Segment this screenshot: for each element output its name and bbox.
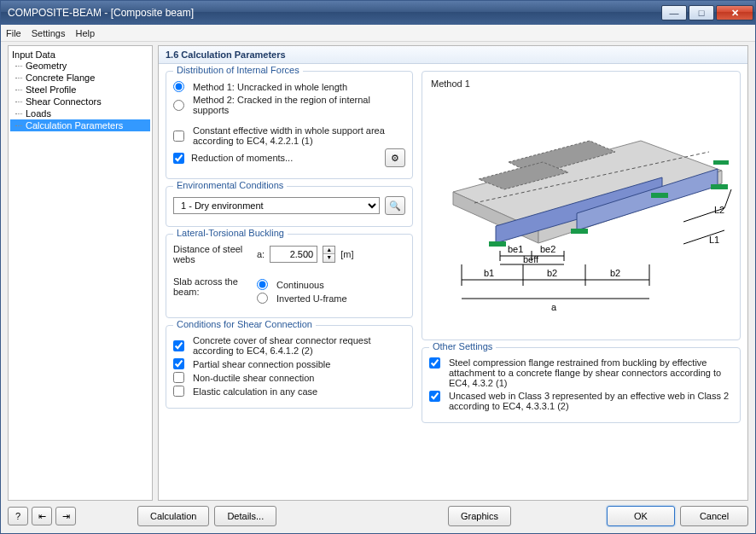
check-reduction[interactable]: Reduction of moments...: [173, 153, 293, 164]
tree-item-concrete-flange[interactable]: Concrete Flange: [10, 72, 150, 84]
svg-rect-12: [713, 160, 729, 165]
ltb-a-spinner[interactable]: ▲▼: [323, 246, 335, 263]
ltb-a-label: a:: [257, 249, 265, 259]
minimize-button[interactable]: —: [661, 5, 687, 20]
app-window: COMPOSITE-BEAM - [Composite beam] — □ ✕ …: [0, 0, 756, 534]
svg-text:b2: b2: [610, 268, 620, 278]
svg-text:a: a: [551, 302, 557, 312]
legend-environment: Environmental Conditions: [173, 180, 287, 190]
check-nonductile[interactable]: Non-ductile shear connection: [173, 372, 405, 383]
ltb-slab-label: Slab across the beam:: [173, 276, 252, 297]
details-button[interactable]: Details...: [214, 506, 276, 526]
tree-item-steel-profile[interactable]: Steel Profile: [10, 84, 150, 96]
main-area: Input Data GeometryConcrete FlangeSteel …: [8, 45, 748, 501]
svg-rect-9: [571, 229, 588, 234]
group-distribution: Distribution of Internal Forces Method 1…: [166, 71, 413, 179]
svg-text:b2: b2: [547, 268, 557, 278]
maximize-button[interactable]: □: [689, 5, 714, 20]
check-elastic[interactable]: Elastic calculation in any case: [173, 386, 405, 397]
close-button[interactable]: ✕: [716, 5, 753, 20]
ltb-a-input[interactable]: [270, 246, 317, 263]
method1-diagram: L1 L2: [427, 94, 735, 333]
group-other-settings: Other Settings Steel compression flange …: [422, 347, 741, 423]
radio-slab-continuous[interactable]: Continuous: [257, 279, 347, 290]
svg-text:b1: b1: [484, 268, 494, 278]
svg-text:L2: L2: [714, 205, 724, 215]
reduction-settings-button[interactable]: ⚙: [385, 148, 405, 167]
menu-settings[interactable]: Settings: [32, 28, 66, 38]
menubar: File Settings Help: [1, 25, 755, 42]
tree-item-shear-connectors[interactable]: Shear Connectors: [10, 96, 150, 107]
menu-help[interactable]: Help: [75, 28, 95, 38]
svg-text:beff: beff: [523, 254, 539, 264]
left-column: Distribution of Internal Forces Method 1…: [166, 71, 413, 493]
svg-text:be2: be2: [540, 244, 555, 254]
svg-text:L1: L1: [709, 235, 719, 245]
nav-tree[interactable]: Input Data GeometryConcrete FlangeSteel …: [8, 45, 153, 501]
tree-root[interactable]: Input Data: [10, 49, 150, 60]
check-other1[interactable]: Steel compression flange restrained from…: [429, 357, 733, 388]
ok-button[interactable]: OK: [607, 506, 675, 526]
check-const-width[interactable]: Constant effective width in whole suppor…: [173, 125, 405, 146]
right-column: Method 1: [422, 71, 741, 493]
arrow-left-icon: ⇤: [38, 511, 46, 522]
content-panel: 1.6 Calculation Parameters Distribution …: [158, 45, 748, 501]
arrow-right-icon: ⇥: [62, 511, 70, 522]
svg-rect-10: [651, 193, 668, 198]
titlebar: COMPOSITE-BEAM - [Composite beam] — □ ✕: [1, 1, 755, 25]
diagram-panel: Method 1: [422, 71, 741, 340]
svg-rect-8: [489, 241, 506, 247]
group-ltb: Lateral-Torsional Buckling Distance of s…: [166, 234, 413, 318]
calculation-button[interactable]: Calculation: [137, 506, 209, 526]
radio-method2[interactable]: Method 2: Cracked in the region of inter…: [173, 95, 405, 115]
window-buttons: — □ ✕: [660, 5, 753, 20]
legend-ltb: Lateral-Torsional Buckling: [173, 228, 288, 238]
ltb-dist-label: Distance of steel webs: [173, 244, 252, 264]
prev-button[interactable]: ⇤: [32, 507, 52, 525]
search-icon: 🔍: [389, 200, 401, 212]
legend-shear-conn: Conditions for Shear Connection: [173, 319, 316, 329]
svg-rect-11: [711, 184, 728, 189]
ltb-unit: [m]: [340, 249, 353, 259]
menu-file[interactable]: File: [6, 28, 21, 38]
tree-item-calculation-parameters[interactable]: Calculation Parameters: [10, 119, 150, 131]
footer: ? ⇤ ⇥ Calculation Details... Graphics OK…: [8, 501, 748, 526]
diagram-title: Method 1: [431, 78, 735, 89]
help-icon: ?: [15, 511, 20, 521]
tree-item-loads[interactable]: Loads: [10, 107, 150, 119]
radio-slab-uframe[interactable]: Inverted U-frame: [257, 293, 347, 304]
settings-icon: ⚙: [391, 153, 399, 164]
client-area: Input Data GeometryConcrete FlangeSteel …: [1, 42, 755, 533]
radio-method1[interactable]: Method 1: Uncracked in whole length: [173, 81, 405, 92]
graphics-button[interactable]: Graphics: [448, 506, 511, 526]
panel-title: 1.6 Calculation Parameters: [159, 46, 747, 64]
group-shear-connection: Conditions for Shear Connection Concrete…: [166, 325, 413, 409]
svg-line-15: [724, 189, 731, 208]
svg-text:be1: be1: [508, 244, 523, 254]
env-select[interactable]: 1 - Dry environment: [173, 197, 380, 214]
group-environment: Environmental Conditions 1 - Dry environ…: [166, 186, 413, 227]
next-button[interactable]: ⇥: [55, 507, 76, 525]
check-other2[interactable]: Uncased web in Class 3 represented by an…: [429, 391, 733, 411]
panel-body: Distribution of Internal Forces Method 1…: [159, 64, 747, 500]
check-partial[interactable]: Partial shear connection possible: [173, 358, 405, 369]
window-title: COMPOSITE-BEAM - [Composite beam]: [8, 7, 660, 19]
env-lookup-button[interactable]: 🔍: [385, 196, 405, 215]
legend-distribution: Distribution of Internal Forces: [173, 65, 303, 75]
help-button[interactable]: ?: [8, 507, 28, 525]
cancel-button[interactable]: Cancel: [680, 506, 748, 526]
check-cover[interactable]: Concrete cover of shear connector reques…: [173, 335, 405, 356]
tree-item-geometry[interactable]: Geometry: [10, 60, 150, 72]
legend-other: Other Settings: [429, 341, 496, 351]
